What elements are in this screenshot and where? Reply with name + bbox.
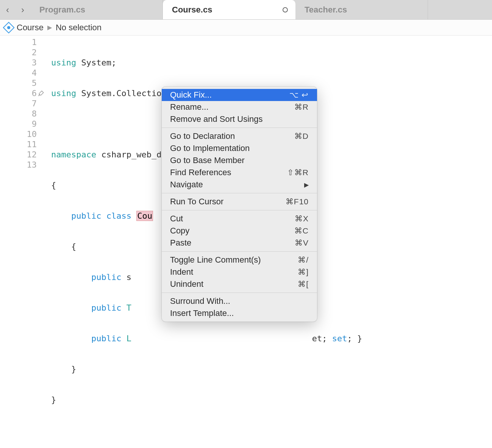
menu-shortcut: ⌘[: [298, 280, 309, 289]
line-number: 7: [0, 98, 37, 109]
line-gutter: 1 2 3 4 5 6 7 8 9 10 11 12 13: [0, 37, 51, 448]
menu-go-declaration[interactable]: Go to Declaration ⌘D: [162, 130, 317, 142]
line-number: 2: [0, 47, 37, 58]
line-number: 13: [0, 160, 37, 170]
menu-label: Quick Fix...: [170, 90, 212, 100]
menu-surround-with[interactable]: Surround With...: [162, 295, 317, 307]
menu-label: Copy: [170, 226, 189, 236]
menu-separator: [162, 251, 317, 252]
menu-rename[interactable]: Rename... ⌘R: [162, 101, 317, 113]
breadcrumb-item[interactable]: No selection: [56, 23, 102, 33]
menu-insert-template[interactable]: Insert Template...: [162, 307, 317, 319]
menu-copy[interactable]: Copy ⌘C: [162, 225, 317, 237]
tab-label: Program.cs: [39, 5, 85, 15]
tab-label: Teacher.cs: [305, 5, 347, 15]
line-number: 4: [0, 68, 37, 78]
tab-close-indicator[interactable]: [283, 7, 288, 12]
menu-shortcut: ⌘F10: [286, 197, 309, 206]
tab-course[interactable]: Course.cs: [163, 0, 295, 19]
menu-separator: [162, 128, 317, 128]
menu-shortcut: ⌘/: [298, 255, 309, 264]
menu-run-to-cursor[interactable]: Run To Cursor ⌘F10: [162, 196, 317, 208]
menu-paste[interactable]: Paste ⌘V: [162, 237, 317, 249]
line-number: 11: [0, 139, 37, 149]
menu-label: Navigate: [170, 180, 203, 190]
tab-label: Course.cs: [172, 5, 212, 15]
nav-forward-button[interactable]: ›: [15, 0, 30, 19]
menu-label: Unindent: [170, 279, 203, 289]
menu-separator: [162, 210, 317, 210]
menu-shortcut: ⌘X: [295, 214, 309, 223]
quickfix-icon[interactable]: [37, 90, 45, 97]
line-number: 5: [0, 78, 37, 88]
menu-shortcut: ⌘R: [294, 103, 309, 112]
menu-label: Indent: [170, 267, 193, 277]
menu-label: Run To Cursor: [170, 197, 223, 207]
menu-label: Cut: [170, 214, 183, 224]
menu-label: Paste: [170, 238, 191, 248]
menu-quick-fix[interactable]: Quick Fix... ⌥ ↩: [162, 89, 317, 101]
line-number: 12: [0, 149, 37, 160]
menu-label: Remove and Sort Usings: [170, 114, 263, 124]
menu-shortcut: ⌘C: [294, 226, 309, 235]
menu-go-base-member[interactable]: Go to Base Member: [162, 154, 317, 166]
nav-back-button[interactable]: ‹: [0, 0, 15, 19]
menu-label: Surround With...: [170, 296, 230, 306]
class-icon: [3, 22, 14, 33]
menu-go-implementation[interactable]: Go to Implementation: [162, 142, 317, 154]
menu-shortcut: ⌥ ↩: [289, 90, 309, 100]
menu-label: Go to Base Member: [170, 156, 245, 165]
line-number: 9: [0, 119, 37, 129]
menu-label: Insert Template...: [170, 308, 234, 318]
tab-program[interactable]: Program.cs: [30, 0, 163, 19]
menu-shortcut: ⇧⌘R: [287, 168, 309, 177]
tab-teacher[interactable]: Teacher.cs: [295, 0, 428, 19]
menu-label: Find References: [170, 168, 231, 177]
menu-label: Go to Implementation: [170, 143, 250, 153]
menu-toggle-comment[interactable]: Toggle Line Comment(s) ⌘/: [162, 254, 317, 266]
menu-shortcut: ⌘]: [298, 268, 309, 277]
menu-indent[interactable]: Indent ⌘]: [162, 266, 317, 278]
menu-navigate[interactable]: Navigate ▶: [162, 179, 317, 191]
menu-label: Go to Declaration: [170, 131, 235, 141]
menu-separator: [162, 292, 317, 293]
breadcrumb-item[interactable]: Course: [17, 23, 44, 33]
line-number: 3: [0, 58, 37, 68]
menu-label: Toggle Line Comment(s): [170, 255, 261, 265]
submenu-arrow-icon: ▶: [304, 181, 309, 188]
line-number: 8: [0, 109, 37, 119]
selected-identifier: Cou: [136, 211, 153, 221]
tab-bar: ‹ › Program.cs Course.cs Teacher.cs: [0, 0, 492, 20]
line-number: 10: [0, 129, 37, 139]
menu-find-references[interactable]: Find References ⇧⌘R: [162, 166, 317, 179]
menu-cut[interactable]: Cut ⌘X: [162, 213, 317, 225]
breadcrumb: Course ▶ No selection: [0, 20, 492, 36]
chevron-right-icon: ▶: [47, 24, 52, 31]
menu-label: Rename...: [170, 102, 209, 112]
context-menu: Quick Fix... ⌥ ↩ Rename... ⌘R Remove and…: [162, 87, 317, 322]
menu-unindent[interactable]: Unindent ⌘[: [162, 278, 317, 290]
menu-shortcut: ⌘V: [295, 238, 309, 247]
menu-remove-sort-usings[interactable]: Remove and Sort Usings: [162, 113, 317, 125]
line-number: 6: [0, 88, 37, 98]
menu-shortcut: ⌘D: [294, 132, 309, 141]
menu-separator: [162, 193, 317, 193]
line-number: 1: [0, 37, 37, 47]
